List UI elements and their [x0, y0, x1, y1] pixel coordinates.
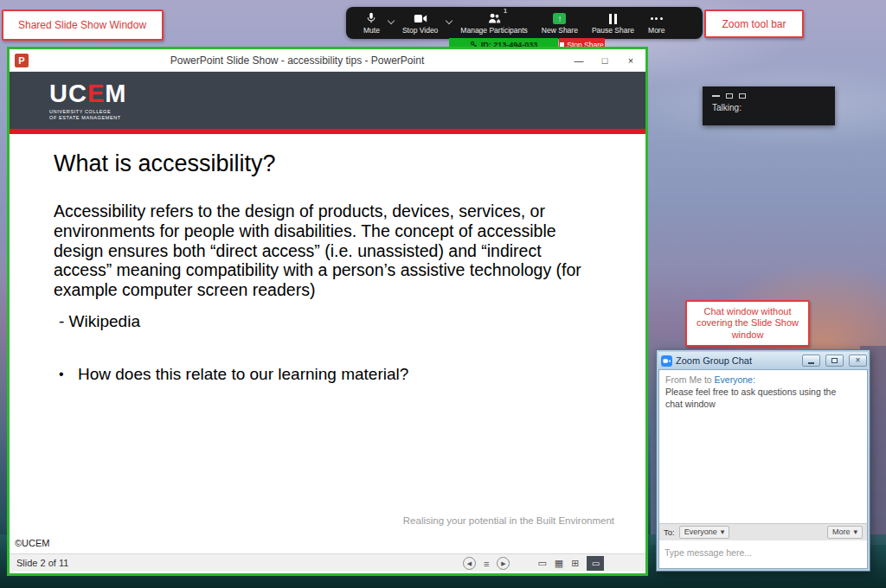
slide-body-text: Accessibility refers to the design of pr… [54, 201, 594, 300]
share-screen-icon: ↑ [553, 13, 566, 24]
slide-accent-line [10, 129, 645, 134]
minimize-icon [808, 362, 814, 364]
chat-message-header: From Me to Everyone: [665, 374, 861, 385]
mute-button[interactable]: Mute [356, 7, 387, 39]
manage-participants-button[interactable]: 1 Manage Participants [453, 7, 535, 39]
chat-toolbar: To: Everyone▾ More▾ [658, 523, 868, 540]
chat-to-label: To: [664, 527, 675, 537]
stop-video-button[interactable]: Stop Video [395, 7, 445, 39]
screen: Mute Stop Video 1 Manage Participants ↑ … [0, 0, 886, 588]
slide-bullet-item: • How does this relate to our learning m… [59, 365, 408, 384]
annotation-text: Shared Slide Show Window [18, 19, 146, 31]
annotation-text: Zoom tool bar [722, 18, 786, 30]
more-button[interactable]: More [641, 7, 671, 39]
slide-attribution: - Wikipedia [59, 312, 140, 331]
zoom-chat-window: Zoom Group Chat × From Me to Everyone: P… [656, 349, 870, 572]
slide-tagline: Realising your potential in the Built En… [403, 515, 614, 526]
stop-video-label: Stop Video [402, 26, 438, 35]
chat-input-row [658, 540, 868, 569]
powerpoint-window: P PowerPoint Slide Show - accessibility … [7, 47, 648, 576]
slideshow-menu-button[interactable]: ≡ [484, 559, 489, 569]
chevron-down-icon [388, 16, 395, 23]
participants-count-badge: 1 [504, 7, 507, 15]
chat-recipient: Everyone: [715, 374, 755, 385]
camera-icon [414, 11, 427, 24]
slide-sorter-view-button[interactable]: ▦ [555, 558, 563, 569]
bullet-icon: • [59, 365, 78, 384]
close-icon: × [856, 356, 861, 365]
more-label: More [648, 26, 664, 35]
speaker-view-icon[interactable] [739, 93, 746, 99]
chevron-down-icon [446, 16, 453, 23]
slide-canvas: UCEM UNIVERSITY COLLEGE OF ESTATE MANAGE… [10, 72, 645, 553]
reading-view-button[interactable]: ⊞ [571, 558, 579, 569]
pause-share-label: Pause Share [592, 26, 634, 35]
chat-message-text: Please feel free to ask questions using … [665, 387, 843, 410]
next-slide-button[interactable]: ▶ [497, 557, 510, 570]
maximize-button[interactable]: □ [592, 51, 618, 70]
pause-share-button[interactable]: Pause Share [585, 7, 641, 39]
chat-restore-button[interactable] [825, 355, 844, 367]
slide-copyright: ©UCEM [15, 538, 50, 548]
chat-titlebar[interactable]: Zoom Group Chat × [658, 352, 868, 369]
powerpoint-status-bar: Slide 2 of 11 ◀ ≡ ▶ ▭ ▦ ⊞ ▭ [10, 553, 645, 572]
ucem-logo: UCEM UNIVERSITY COLLEGE OF ESTATE MANAGE… [49, 81, 126, 122]
powerpoint-app-icon: P [15, 54, 29, 67]
microphone-icon [365, 11, 377, 24]
manage-participants-label: Manage Participants [460, 26, 528, 35]
more-dots-icon [651, 13, 663, 24]
participants-icon: 1 [487, 11, 501, 24]
chat-minimize-button[interactable] [802, 355, 820, 367]
normal-view-button[interactable]: ▭ [537, 558, 546, 569]
annotation-shared-window: Shared Slide Show Window [2, 10, 164, 41]
chat-close-button[interactable]: × [849, 355, 867, 367]
new-share-button[interactable]: ↑ New Share [535, 7, 585, 39]
slide-indicator: Slide 2 of 11 [16, 558, 68, 568]
chat-message-area: From Me to Everyone: Please feel free to… [658, 369, 868, 523]
annotation-chat-window: Chat window without covering the Slide S… [685, 300, 810, 347]
window-title: PowerPoint Slide Show - accessibility ti… [29, 54, 566, 67]
chat-message-input[interactable] [664, 547, 862, 558]
zoom-talking-panel: Talking: [703, 86, 835, 125]
talking-label: Talking: [703, 99, 835, 112]
slide-heading: What is accessibility? [54, 150, 276, 177]
mute-label: Mute [363, 26, 380, 35]
annotation-zoom-toolbar: Zoom tool bar [704, 10, 804, 38]
previous-slide-button[interactable]: ◀ [463, 557, 476, 570]
chat-recipient-dropdown[interactable]: Everyone▾ [679, 526, 730, 539]
chevron-down-icon: ▾ [721, 527, 725, 537]
powerpoint-titlebar[interactable]: P PowerPoint Slide Show - accessibility … [10, 49, 645, 72]
mute-options-chevron[interactable] [387, 2, 395, 39]
zoom-chat-icon [661, 355, 672, 367]
gallery-view-icon[interactable] [726, 93, 733, 99]
minimize-button[interactable]: — [566, 51, 592, 70]
chevron-down-icon: ▾ [853, 527, 857, 537]
video-options-chevron[interactable] [445, 2, 453, 39]
slide-header-band: UCEM UNIVERSITY COLLEGE OF ESTATE MANAGE… [10, 72, 645, 129]
close-button[interactable]: × [618, 51, 644, 70]
zoom-meeting-toolbar: Mute Stop Video 1 Manage Participants ↑ … [346, 7, 703, 39]
new-share-label: New Share [542, 26, 578, 35]
restore-icon [831, 358, 838, 363]
slideshow-view-button[interactable]: ▭ [587, 556, 604, 571]
chat-more-dropdown[interactable]: More▾ [827, 526, 863, 539]
annotation-text: Chat window without covering the Slide S… [694, 306, 801, 341]
pause-icon [609, 13, 617, 24]
minimize-icon[interactable] [712, 95, 720, 97]
chat-window-title: Zoom Group Chat [676, 355, 797, 366]
